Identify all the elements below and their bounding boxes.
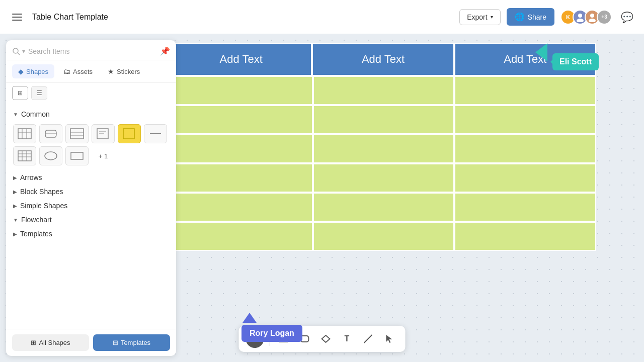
chart-row (171, 163, 596, 193)
svg-rect-25 (71, 152, 83, 159)
chart-cell[interactable] (313, 193, 455, 222)
menu-button[interactable] (8, 8, 26, 26)
line-icon (363, 334, 373, 344)
category-templates[interactable]: ▶ Templates (6, 227, 176, 241)
svg-point-24 (45, 152, 57, 160)
chart-cell[interactable] (171, 76, 313, 105)
svg-point-1 (577, 19, 584, 22)
chart-table: Add Text Add Text Add Text (171, 43, 596, 251)
chart-header-cell[interactable]: Add Text (312, 43, 454, 76)
templates-button[interactable]: ⊟ Templates (93, 334, 170, 351)
chart-cell[interactable] (454, 76, 596, 105)
chart-cell[interactable] (454, 134, 596, 163)
shape-item[interactable] (13, 124, 36, 143)
export-label: Export (467, 13, 487, 21)
share-label: Share (528, 13, 546, 21)
category-flowchart[interactable]: ▼ Flowchart (6, 213, 176, 227)
svg-marker-28 (322, 335, 330, 342)
diamond-icon (321, 334, 331, 344)
globe-icon: 🌐 (515, 12, 525, 22)
list-view-toggle[interactable]: ☰ (31, 86, 47, 100)
chart-row (171, 193, 596, 222)
export-button[interactable]: Export ▾ (459, 9, 500, 25)
svg-rect-11 (70, 129, 84, 139)
header: Table Chart Template Export ▾ 🌐 Share K … (0, 0, 644, 34)
rory-cursor-arrow (243, 313, 257, 323)
chart-row (171, 222, 596, 251)
chevron-right-icon: ▶ (13, 189, 17, 195)
tab-assets[interactable]: 🗂 Assets (57, 64, 99, 78)
grid-icon: ⊞ (31, 339, 36, 346)
svg-point-0 (578, 14, 582, 18)
templates-icon: ⊟ (113, 339, 118, 346)
svg-line-29 (364, 335, 372, 343)
avatar-overflow: +3 (597, 10, 612, 25)
chart-cell[interactable] (171, 222, 313, 251)
chart-cell[interactable] (171, 105, 313, 134)
chart-header-cell[interactable]: Add Text (171, 43, 312, 76)
stickers-icon: ★ (108, 67, 114, 75)
tab-shapes[interactable]: ◆ Shapes (12, 64, 54, 78)
chart-cell[interactable] (313, 222, 455, 251)
shape-item[interactable] (118, 124, 141, 143)
category-common[interactable]: ▼ Common (6, 107, 176, 121)
chart-cell[interactable] (313, 105, 455, 134)
shape-item[interactable] (92, 124, 115, 143)
chart-cell[interactable] (171, 163, 313, 193)
chart-cell[interactable] (454, 105, 596, 134)
chart-row (171, 134, 596, 163)
svg-point-3 (589, 19, 596, 22)
category-arrows[interactable]: ▶ Arrows (6, 170, 176, 185)
chart-cell[interactable] (454, 193, 596, 222)
shape-item[interactable] (39, 124, 62, 143)
category-block-shapes[interactable]: ▶ Block Shapes (6, 185, 176, 199)
common-shapes-grid: + 1 (6, 121, 176, 170)
svg-point-2 (590, 14, 594, 18)
chevron-down-icon: ▾ (491, 14, 493, 20)
chart-cell[interactable] (313, 76, 455, 105)
tab-stickers[interactable]: ★ Stickers (102, 64, 146, 78)
chart-row (171, 76, 596, 105)
shape-item[interactable] (65, 124, 89, 143)
share-button[interactable]: 🌐 Share (507, 8, 554, 26)
eli-cursor-arrow (535, 43, 547, 61)
chevron-right-icon: ▶ (13, 203, 17, 209)
pointer-tool[interactable] (380, 330, 398, 348)
chart-cell[interactable] (171, 193, 313, 222)
svg-rect-17 (123, 129, 134, 139)
category-simple-shapes[interactable]: ▶ Simple Shapes (6, 199, 176, 213)
shape-item[interactable] (144, 124, 167, 143)
search-input[interactable] (28, 47, 157, 55)
pointer-icon (384, 334, 394, 344)
diamond-tool[interactable] (317, 330, 335, 348)
text-icon: T (345, 334, 350, 343)
view-toggles: ⊞ ☰ (6, 83, 176, 103)
eli-scott-tooltip: Eli Scott (552, 53, 599, 70)
chart-cell[interactable] (454, 222, 596, 251)
shapes-list: ▼ Common (6, 103, 176, 329)
grid-view-toggle[interactable]: ⊞ (12, 86, 28, 100)
chart-cell[interactable] (313, 134, 455, 163)
chart-cell[interactable] (454, 163, 596, 193)
shape-item[interactable] (13, 146, 36, 165)
svg-marker-30 (386, 335, 392, 343)
chevron-down-icon: ▼ (13, 112, 18, 117)
chart-cell[interactable] (171, 134, 313, 163)
shape-item[interactable] (39, 146, 62, 165)
avatar-group: K +3 (560, 10, 612, 25)
shapes-panel: ▾ 📌 ◆ Shapes 🗂 Assets ★ Stickers ⊞ ☰ ▼ C… (6, 40, 176, 356)
text-tool[interactable]: T (338, 330, 356, 348)
shapes-more[interactable]: + 1 (92, 146, 115, 165)
chevron-right-icon: ▶ (13, 175, 17, 180)
search-bar: ▾ 📌 (6, 40, 176, 60)
shape-item[interactable] (65, 146, 89, 165)
comment-button[interactable]: 💬 (618, 8, 636, 26)
all-shapes-button[interactable]: ⊞ All Shapes (12, 334, 89, 351)
chart-cell[interactable] (313, 163, 455, 193)
svg-rect-6 (18, 129, 31, 139)
chart-row (171, 105, 596, 134)
line-tool[interactable] (359, 330, 377, 348)
panel-tabs: ◆ Shapes 🗂 Assets ★ Stickers (6, 60, 176, 83)
search-dropdown-arrow[interactable]: ▾ (22, 48, 25, 55)
pin-icon[interactable]: 📌 (160, 46, 170, 56)
